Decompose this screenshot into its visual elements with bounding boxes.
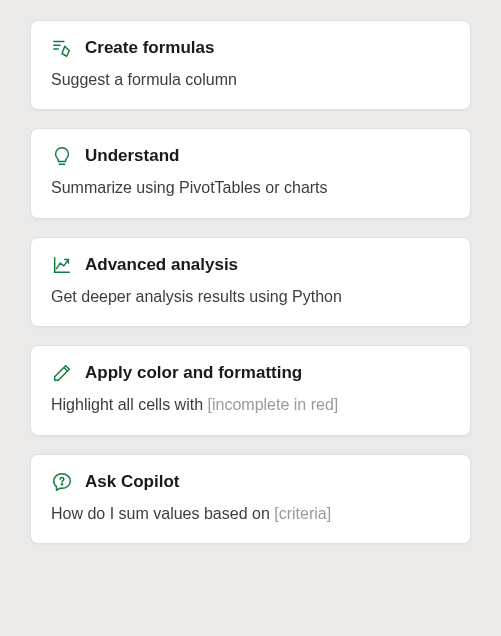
description-placeholder: [criteria]: [274, 505, 331, 522]
card-ask-copilot[interactable]: Ask Copilot How do I sum values based on…: [30, 454, 471, 544]
lightbulb-icon: [51, 145, 73, 167]
card-description: Suggest a formula column: [51, 69, 450, 91]
description-placeholder: [incomplete in red]: [208, 396, 339, 413]
card-header: Ask Copilot: [51, 471, 450, 493]
description-text: Suggest a formula column: [51, 71, 237, 88]
card-header: Understand: [51, 145, 450, 167]
svg-point-0: [61, 483, 62, 484]
card-title: Understand: [85, 146, 179, 166]
card-title: Create formulas: [85, 38, 214, 58]
description-text: Highlight all cells with: [51, 396, 208, 413]
description-text: Get deeper analysis results using Python: [51, 288, 342, 305]
card-apply-formatting[interactable]: Apply color and formatting Highlight all…: [30, 345, 471, 435]
card-title: Advanced analysis: [85, 255, 238, 275]
description-text: Summarize using PivotTables or charts: [51, 179, 328, 196]
card-title: Ask Copilot: [85, 472, 179, 492]
card-create-formulas[interactable]: Create formulas Suggest a formula column: [30, 20, 471, 110]
formula-pen-icon: [51, 37, 73, 59]
card-description: How do I sum values based on [criteria]: [51, 503, 450, 525]
card-advanced-analysis[interactable]: Advanced analysis Get deeper analysis re…: [30, 237, 471, 327]
chat-question-icon: [51, 471, 73, 493]
card-header: Apply color and formatting: [51, 362, 450, 384]
description-text: How do I sum values based on: [51, 505, 274, 522]
card-understand[interactable]: Understand Summarize using PivotTables o…: [30, 128, 471, 218]
card-title: Apply color and formatting: [85, 363, 302, 383]
card-description: Highlight all cells with [incomplete in …: [51, 394, 450, 416]
card-header: Advanced analysis: [51, 254, 450, 276]
card-description: Get deeper analysis results using Python: [51, 286, 450, 308]
pencil-icon: [51, 362, 73, 384]
card-header: Create formulas: [51, 37, 450, 59]
chart-up-icon: [51, 254, 73, 276]
card-description: Summarize using PivotTables or charts: [51, 177, 450, 199]
